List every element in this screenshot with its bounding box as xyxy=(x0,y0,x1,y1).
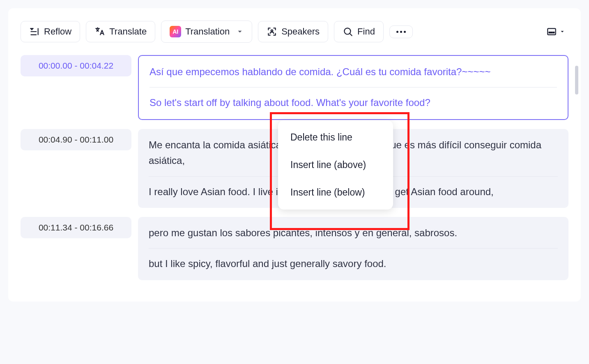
segment-divider xyxy=(150,87,557,88)
translate-button[interactable]: Translate xyxy=(86,21,155,42)
translation-text[interactable]: So let's start off by talking about food… xyxy=(150,95,557,111)
reflow-label: Reflow xyxy=(44,26,71,37)
more-icon xyxy=(396,31,406,33)
ai-icon: AI xyxy=(170,26,181,37)
segment-content[interactable]: Así que empecemos hablando de comida. ¿C… xyxy=(138,55,568,120)
source-text[interactable]: pero me gustan los sabores picantes, int… xyxy=(149,225,558,241)
svg-point-0 xyxy=(271,30,273,32)
subtitle-view-icon xyxy=(546,26,557,37)
search-icon xyxy=(343,26,353,37)
toolbar: Reflow Translate AI Translation Speakers… xyxy=(21,21,568,43)
context-menu-insert-above[interactable]: Insert line (above) xyxy=(278,151,393,179)
translation-label: Translation xyxy=(185,26,230,37)
context-menu: Delete this line Insert line (above) Ins… xyxy=(278,120,393,210)
segment-divider xyxy=(149,248,558,249)
find-button[interactable]: Find xyxy=(334,21,384,42)
svg-rect-4 xyxy=(553,32,554,33)
translate-icon xyxy=(94,26,105,37)
scrollbar-thumb[interactable] xyxy=(575,66,578,94)
view-toggle-button[interactable] xyxy=(543,23,568,40)
chevron-down-icon xyxy=(236,28,244,35)
more-options-button[interactable] xyxy=(389,25,413,38)
translate-label: Translate xyxy=(109,26,147,37)
timestamp-pill[interactable]: 00:11.34 - 00:16.66 xyxy=(21,217,131,238)
transcript-segment: 00:00.00 - 00:04.22 Así que empecemos ha… xyxy=(21,55,568,120)
find-label: Find xyxy=(357,26,375,37)
speakers-label: Speakers xyxy=(281,26,320,37)
source-text[interactable]: Así que empecemos hablando de comida. ¿C… xyxy=(150,64,557,80)
reflow-button[interactable]: Reflow xyxy=(21,21,80,42)
translation-text[interactable]: but I like spicy, flavorful and just gen… xyxy=(149,256,558,272)
speakers-button[interactable]: Speakers xyxy=(258,21,328,42)
context-menu-delete-line[interactable]: Delete this line xyxy=(278,124,393,151)
reflow-icon xyxy=(29,26,40,37)
timestamp-pill[interactable]: 00:04.90 - 00:11.00 xyxy=(21,129,131,150)
chevron-down-icon xyxy=(559,29,565,35)
svg-point-1 xyxy=(344,28,350,34)
app-container: Reflow Translate AI Translation Speakers… xyxy=(8,8,581,302)
transcript-segment: 00:11.34 - 00:16.66 pero me gustan los s… xyxy=(21,217,568,280)
context-menu-insert-below[interactable]: Insert line (below) xyxy=(278,179,393,206)
segment-content[interactable]: pero me gustan los sabores picantes, int… xyxy=(138,217,568,280)
speakers-icon xyxy=(267,26,277,37)
svg-rect-3 xyxy=(549,32,552,33)
timestamp-pill[interactable]: 00:00.00 - 00:04.22 xyxy=(21,55,131,76)
translation-dropdown-button[interactable]: AI Translation xyxy=(161,21,252,43)
